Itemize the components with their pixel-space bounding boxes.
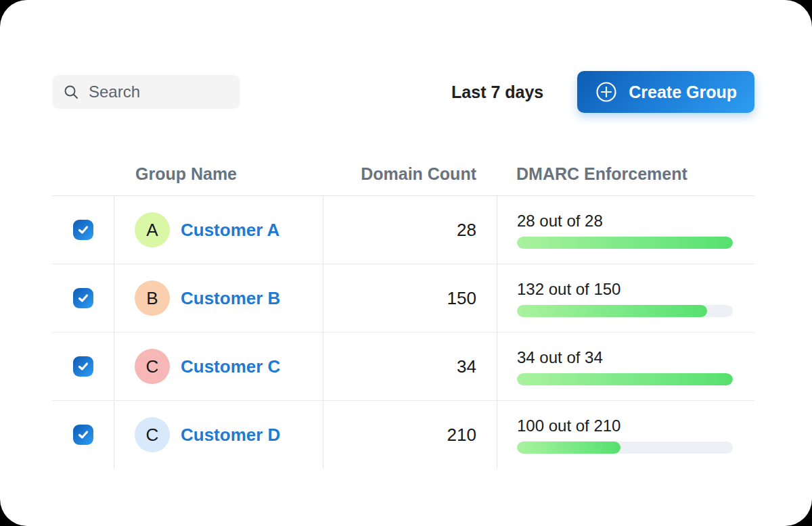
enforcement-label: 100 out of 210	[517, 416, 733, 435]
avatar-letter: A	[146, 220, 158, 241]
column-header-domain-count: Domain Count	[323, 152, 497, 195]
row-domain-count-cell: 150	[323, 264, 497, 332]
table-row: A Customer A 28 28 out of 28	[52, 196, 754, 264]
row-group-name-cell: C Customer D	[114, 401, 323, 469]
dashboard-card: Last 7 days Create Group Group Name Doma…	[0, 0, 812, 526]
avatar-letter: C	[146, 356, 159, 377]
enforcement-progress-fill	[517, 237, 733, 249]
toolbar: Last 7 days Create Group	[52, 71, 754, 113]
header-checkbox-spacer	[52, 152, 114, 195]
avatar: A	[135, 212, 170, 247]
enforcement-label: 132 out of 150	[517, 280, 733, 299]
checkmark-icon	[77, 224, 89, 236]
row-domain-count-cell: 34	[323, 333, 497, 400]
enforcement-label: 34 out of 34	[517, 348, 733, 367]
enforcement-progress-track	[517, 237, 733, 249]
group-name-link[interactable]: Customer C	[181, 356, 280, 377]
search-box[interactable]	[52, 75, 240, 109]
row-dmarc-cell: 132 out of 150	[497, 264, 754, 332]
avatar-letter: C	[146, 425, 159, 446]
avatar-letter: B	[146, 288, 158, 309]
domain-count-value: 150	[447, 288, 476, 309]
row-checkbox-cell	[52, 196, 114, 264]
table-header-row: Group Name Domain Count DMARC Enforcemen…	[52, 152, 754, 196]
row-dmarc-cell: 28 out of 28	[497, 196, 754, 264]
column-header-dmarc-enforcement: DMARC Enforcement	[497, 152, 754, 195]
table-row: B Customer B 150 132 out of 150	[52, 264, 754, 333]
table-body: A Customer A 28 28 out of 28 B Cus	[52, 196, 754, 469]
column-header-group-name: Group Name	[114, 152, 323, 195]
group-name-link[interactable]: Customer A	[181, 220, 279, 241]
checkmark-icon	[77, 360, 89, 373]
plus-circle-icon	[595, 80, 618, 103]
row-checkbox-cell	[52, 264, 114, 332]
domain-count-value: 210	[447, 425, 476, 446]
search-icon	[63, 84, 79, 100]
search-input[interactable]	[87, 82, 229, 102]
create-group-button[interactable]: Create Group	[577, 71, 754, 113]
enforcement-progress-track	[517, 305, 733, 317]
table-row: C Customer D 210 100 out of 210	[52, 401, 754, 469]
group-name-link[interactable]: Customer B	[181, 288, 280, 309]
table-row: C Customer C 34 34 out of 34	[52, 333, 754, 401]
row-dmarc-cell: 100 out of 210	[497, 401, 754, 469]
row-checkbox[interactable]	[73, 288, 93, 308]
row-group-name-cell: A Customer A	[114, 196, 323, 264]
groups-table: Group Name Domain Count DMARC Enforcemen…	[52, 152, 754, 469]
row-checkbox[interactable]	[73, 220, 93, 240]
row-domain-count-cell: 210	[323, 401, 497, 469]
row-group-name-cell: B Customer B	[114, 264, 323, 332]
avatar: C	[135, 349, 170, 384]
row-checkbox[interactable]	[73, 356, 93, 377]
enforcement-progress-track	[517, 373, 733, 385]
date-range-label: Last 7 days	[451, 82, 543, 102]
enforcement-progress-fill	[517, 373, 733, 385]
avatar: B	[135, 281, 170, 316]
row-domain-count-cell: 28	[323, 196, 497, 264]
enforcement-label: 28 out of 28	[517, 212, 733, 231]
avatar: C	[135, 417, 170, 452]
row-checkbox[interactable]	[73, 425, 93, 445]
row-checkbox-cell	[52, 333, 114, 400]
enforcement-progress-fill	[517, 441, 621, 454]
domain-count-value: 34	[457, 356, 476, 377]
domain-count-value: 28	[457, 220, 476, 241]
enforcement-progress-fill	[517, 305, 707, 317]
checkmark-icon	[77, 292, 89, 304]
create-group-label: Create Group	[629, 82, 737, 102]
row-dmarc-cell: 34 out of 34	[497, 333, 754, 400]
row-group-name-cell: C Customer C	[114, 333, 323, 400]
checkmark-icon	[77, 429, 89, 441]
group-name-link[interactable]: Customer D	[181, 425, 280, 446]
row-checkbox-cell	[52, 401, 114, 469]
enforcement-progress-track	[517, 441, 733, 454]
